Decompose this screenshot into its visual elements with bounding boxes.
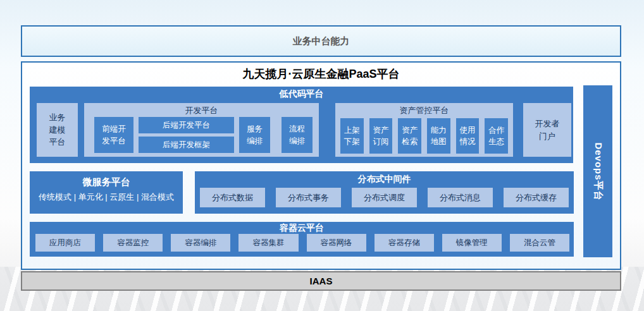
microservice-platform-modes: 传统模式 | 单元化 | 云原生 | 混合模式 xyxy=(30,192,183,203)
container-cloud-item-box: 容器集群 xyxy=(238,234,298,252)
paas-platform-container: 九天揽月·云原生金融PaaS平台 低代码平台 业务 建模 平台 开发平台 前端开… xyxy=(21,61,621,270)
asset-control-items: 上架 下架资产 订阅资产 检索能力 地图使用 情况合作 生态 xyxy=(340,118,508,154)
distributed-middleware-item-box: 分布式数据 xyxy=(200,188,265,207)
container-cloud-item-box: 容器存储 xyxy=(375,234,434,252)
asset-control-platform-title: 资产管控平台 xyxy=(335,103,513,116)
asset-control-item-box: 上架 下架 xyxy=(340,118,364,154)
microservice-platform-section: 微服务平台 传统模式 | 单元化 | 云原生 | 混合模式 xyxy=(30,171,183,214)
process-orchestration-box: 流程 编排 xyxy=(282,117,313,153)
lowcode-platform-title: 低代码平台 xyxy=(30,87,573,100)
developer-portal-box: 开发者 门户 xyxy=(523,103,571,157)
business-middle-platform-banner: 业务中台能力 xyxy=(21,25,621,57)
asset-control-item-box: 使用 情况 xyxy=(456,118,480,154)
asset-control-platform-group: 资产管控平台 上架 下架资产 订阅资产 检索能力 地图使用 情况合作 生态 xyxy=(335,103,513,157)
distributed-middleware-section: 分布式中间件 分布式数据分布式事务分布式调度分布式消息分布式缓存 xyxy=(195,171,574,214)
asset-control-item-box: 合作 生态 xyxy=(485,118,508,154)
container-cloud-platform-title: 容器云平台 xyxy=(30,222,574,233)
asset-control-item-box: 资产 订阅 xyxy=(369,118,393,154)
container-cloud-platform-section: 容器云平台 应用商店容器监控容器编排容器集群容器网络容器存储镜像管理混合云管 xyxy=(30,222,574,257)
distributed-middleware-item-box: 分布式事务 xyxy=(276,188,341,207)
backend-dev-platform-box: 后端开发平台 xyxy=(139,117,234,133)
microservice-platform-title: 微服务平台 xyxy=(30,176,183,188)
dev-platform-title: 开发平台 xyxy=(84,103,319,116)
container-cloud-item-box: 混合云管 xyxy=(510,234,569,252)
container-cloud-item-box: 应用商店 xyxy=(35,234,95,252)
container-cloud-item-box: 容器监控 xyxy=(103,234,163,252)
backend-dev-framework-box: 后端开发框架 xyxy=(139,137,234,153)
container-cloud-item-box: 容器编排 xyxy=(171,234,230,252)
distributed-middleware-item-box: 分布式调度 xyxy=(352,188,417,207)
dev-platform-group: 开发平台 前端开 发平台 后端开发平台 后端开发框架 服务 编排 流程 编排 xyxy=(84,103,319,157)
container-cloud-items: 应用商店容器监控容器编排容器集群容器网络容器存储镜像管理混合云管 xyxy=(35,234,569,252)
distributed-middleware-item-box: 分布式消息 xyxy=(428,188,493,207)
distributed-middleware-items: 分布式数据分布式事务分布式调度分布式消息分布式缓存 xyxy=(200,188,569,207)
iaas-label: IAAS xyxy=(310,276,333,286)
business-modeling-platform-box: 业务 建模 平台 xyxy=(37,103,78,157)
distributed-middleware-title: 分布式中间件 xyxy=(195,171,574,185)
architecture-diagram: 业务中台能力 九天揽月·云原生金融PaaS平台 低代码平台 业务 建模 平台 开… xyxy=(0,0,644,311)
container-cloud-item-box: 镜像管理 xyxy=(442,234,502,252)
platform-title: 九天揽月·云原生金融PaaS平台 xyxy=(22,66,620,82)
business-middle-platform-label: 业务中台能力 xyxy=(293,35,350,47)
service-orchestration-box: 服务 编排 xyxy=(239,117,270,153)
devops-platform-bar: Devops平台 xyxy=(583,85,612,257)
asset-control-item-box: 能力 地图 xyxy=(427,118,450,154)
lowcode-platform-section: 低代码平台 业务 建模 平台 开发平台 前端开 发平台 后端开发平台 后端开发框… xyxy=(30,87,573,163)
iaas-layer-bar: IAAS xyxy=(21,271,621,291)
distributed-middleware-item-box: 分布式缓存 xyxy=(504,188,569,207)
frontend-dev-platform-box: 前端开 发平台 xyxy=(94,117,133,153)
asset-control-item-box: 资产 检索 xyxy=(398,118,421,154)
container-cloud-item-box: 容器网络 xyxy=(307,234,366,252)
devops-platform-label: Devops平台 xyxy=(592,142,604,200)
